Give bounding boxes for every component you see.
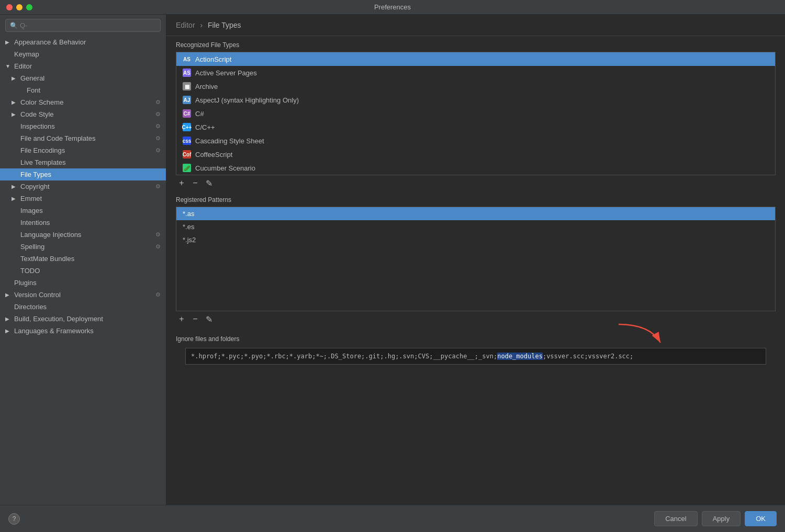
file-type-icon-css: css <box>183 137 191 145</box>
file-type-item-csharp[interactable]: C#C# <box>176 107 775 120</box>
file-type-item-aspectj[interactable]: AJAspectJ (syntax Highlighting Only) <box>176 93 775 107</box>
registered-patterns-list: *.as*.es*.js2 <box>176 207 776 311</box>
sidebar-item-todo[interactable]: TODO <box>0 265 166 277</box>
sidebar-arrow-emmet: ▶ <box>12 196 18 201</box>
sidebar-item-appearance-behavior[interactable]: ▶Appearance & Behavior <box>0 36 166 48</box>
sidebar-label-textmate-bundles: TextMate Bundles <box>20 255 161 263</box>
sidebar-label-editor: Editor <box>14 62 161 70</box>
sidebar-arrow-code-style: ▶ <box>12 111 18 117</box>
sidebar-item-file-types[interactable]: File Types <box>0 168 166 180</box>
sidebar-item-color-scheme[interactable]: ▶Color Scheme⚙ <box>0 96 166 108</box>
sidebar-label-plugins: Plugins <box>14 279 161 287</box>
recognized-file-types-label: Recognized File Types <box>166 36 785 52</box>
sidebar-item-emmet[interactable]: ▶Emmet <box>0 193 166 205</box>
sidebar-item-directories[interactable]: Directories <box>0 301 166 313</box>
pattern-item-pattern-es[interactable]: *.es <box>176 220 775 233</box>
sidebar-item-live-templates[interactable]: Live Templates <box>0 156 166 168</box>
breadcrumb-current: File Types <box>208 21 241 29</box>
file-type-item-active-server-pages[interactable]: ASActive Server Pages <box>176 66 775 80</box>
file-type-icon-csharp: C# <box>183 109 191 118</box>
settings-icon-spelling: ⚙ <box>155 243 161 250</box>
bottom-right: Cancel Apply OK <box>654 511 777 526</box>
sidebar-label-todo: TODO <box>20 267 161 275</box>
ok-button[interactable]: OK <box>745 511 777 526</box>
file-type-item-archive[interactable]: ▦Archive <box>176 80 775 93</box>
sidebar-label-emmet: Emmet <box>20 195 161 202</box>
file-type-icon-archive: ▦ <box>183 82 191 90</box>
file-type-item-cpp[interactable]: C++C/C++ <box>176 120 775 134</box>
sidebar-item-spelling[interactable]: Spelling⚙ <box>0 241 166 253</box>
remove-pattern-button[interactable]: − <box>189 313 201 325</box>
edit-file-type-button[interactable]: ✎ <box>203 177 215 189</box>
sidebar: 🔍 ▶Appearance & BehaviorKeymap▼Editor▶Ge… <box>0 15 166 505</box>
file-type-item-actionscript[interactable]: ASActionScript <box>176 52 775 66</box>
sidebar-item-version-control[interactable]: ▶Version Control⚙ <box>0 289 166 301</box>
sidebar-item-general[interactable]: ▶General <box>0 72 166 84</box>
sidebar-label-images: Images <box>20 207 161 214</box>
settings-icon-file-and-code-templates: ⚙ <box>155 135 161 142</box>
cancel-button[interactable]: Cancel <box>654 511 697 526</box>
file-type-label-css: Cascading Style Sheet <box>195 137 264 145</box>
search-box[interactable]: 🔍 <box>5 19 161 32</box>
add-file-type-button[interactable]: + <box>176 177 187 189</box>
sidebar-arrow-version-control: ▶ <box>5 292 12 298</box>
help-button[interactable]: ? <box>8 513 20 525</box>
file-type-label-cpp: C/C++ <box>195 123 215 131</box>
content-panel: Editor › File Types Recognized File Type… <box>166 15 785 505</box>
close-button[interactable] <box>6 4 13 10</box>
recognized-file-types-toolbar: + − ✎ <box>166 175 785 191</box>
sidebar-arrow-editor: ▼ <box>5 63 12 69</box>
breadcrumb-parent: Editor <box>176 21 195 29</box>
sidebar-label-file-and-code-templates: File and Code Templates <box>20 134 153 142</box>
pattern-item-pattern-as[interactable]: *.as <box>176 207 775 220</box>
sidebar-item-code-style[interactable]: ▶Code Style⚙ <box>0 108 166 120</box>
sidebar-item-languages-frameworks[interactable]: ▶Languages & Frameworks <box>0 325 166 337</box>
sidebar-item-file-and-code-templates[interactable]: File and Code Templates⚙ <box>0 132 166 144</box>
sidebar-item-images[interactable]: Images <box>0 205 166 217</box>
pattern-item-pattern-js2[interactable]: *.js2 <box>176 233 775 246</box>
maximize-button[interactable] <box>26 4 32 10</box>
sidebar-item-textmate-bundles[interactable]: TextMate Bundles <box>0 253 166 265</box>
sidebar-label-copyright: Copyright <box>20 183 153 190</box>
sidebar-label-intentions: Intentions <box>20 219 161 227</box>
file-type-label-csharp: C# <box>195 110 204 118</box>
file-type-label-cucumber: Cucumber Scenario <box>195 164 255 172</box>
sidebar-item-font[interactable]: Font <box>0 84 166 96</box>
settings-icon-code-style: ⚙ <box>155 111 161 118</box>
sidebar-item-copyright[interactable]: ▶Copyright⚙ <box>0 180 166 193</box>
sidebar-scroll: ▶Appearance & BehaviorKeymap▼Editor▶Gene… <box>0 36 166 505</box>
sidebar-item-keymap[interactable]: Keymap <box>0 48 166 60</box>
breadcrumb-separator: › <box>200 21 203 29</box>
ignore-field[interactable]: *.hprof;*.pyc;*.pyo;*.rbc;*.yarb;*~;.DS_… <box>185 348 766 365</box>
sidebar-item-language-injections[interactable]: Language Injections⚙ <box>0 229 166 241</box>
sidebar-item-inspections[interactable]: Inspections⚙ <box>0 120 166 132</box>
search-input[interactable] <box>20 21 156 29</box>
file-type-item-coffeescript[interactable]: CofCoffeeScript <box>176 148 775 161</box>
sidebar-arrow-color-scheme: ▶ <box>12 99 18 105</box>
apply-button[interactable]: Apply <box>702 511 741 526</box>
remove-file-type-button[interactable]: − <box>189 177 201 189</box>
file-type-item-css[interactable]: cssCascading Style Sheet <box>176 134 775 148</box>
pattern-label-pattern-js2: *.js2 <box>183 236 196 244</box>
ignore-highlighted-value: node_modules <box>497 353 543 360</box>
settings-icon-color-scheme: ⚙ <box>155 99 161 106</box>
main-layout: 🔍 ▶Appearance & BehaviorKeymap▼Editor▶Ge… <box>0 15 785 505</box>
edit-pattern-button[interactable]: ✎ <box>203 313 215 325</box>
breadcrumb: Editor › File Types <box>166 15 785 36</box>
file-type-label-coffeescript: CoffeeScript <box>195 151 232 159</box>
sidebar-item-editor[interactable]: ▼Editor <box>0 60 166 72</box>
file-type-icon-aspectj: AJ <box>183 96 191 104</box>
sidebar-item-intentions[interactable]: Intentions <box>0 217 166 229</box>
file-type-item-cucumber[interactable]: 🥒Cucumber Scenario <box>176 161 775 175</box>
settings-icon-inspections: ⚙ <box>155 123 161 130</box>
title-bar: Preferences <box>0 0 785 15</box>
file-type-icon-coffeescript: Cof <box>183 150 191 159</box>
minimize-button[interactable] <box>16 4 23 10</box>
add-pattern-button[interactable]: + <box>176 313 187 325</box>
sidebar-item-build-execution-deployment[interactable]: ▶Build, Execution, Deployment <box>0 313 166 325</box>
sidebar-item-file-encodings[interactable]: File Encodings⚙ <box>0 144 166 156</box>
sidebar-label-inspections: Inspections <box>20 122 153 130</box>
ignore-value-prefix: *.hprof;*.pyc;*.pyo;*.rbc;*.yarb;*~;.DS_… <box>191 353 497 360</box>
sidebar-item-plugins[interactable]: Plugins <box>0 277 166 289</box>
search-icon: 🔍 <box>10 22 18 29</box>
